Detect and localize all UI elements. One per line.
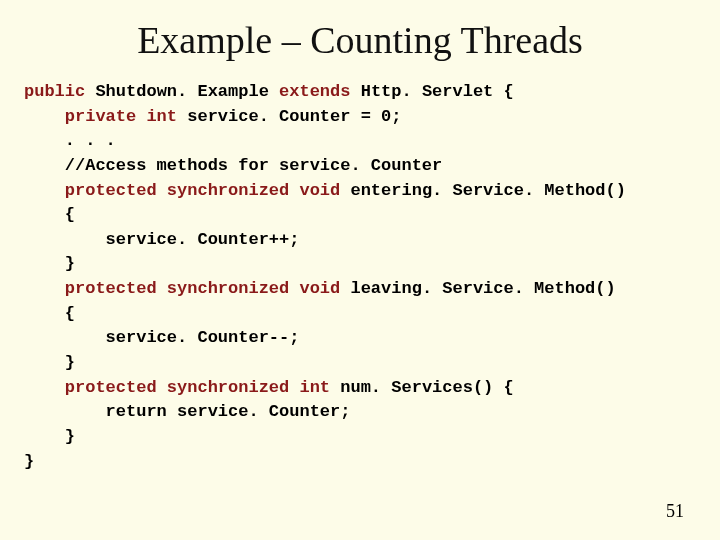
code-text: service. Counter++;: [24, 230, 299, 249]
code-text: service. Counter--;: [24, 328, 299, 347]
code-text: {: [24, 304, 75, 323]
code-block: public Shutdown. Example extends Http. S…: [24, 80, 696, 474]
code-text: leaving. Service. Method(): [340, 279, 615, 298]
slide-title: Example – Counting Threads: [24, 18, 696, 62]
code-text: num. Services() {: [330, 378, 514, 397]
code-comment: //Access methods for service. Counter: [24, 156, 442, 175]
kw-public: public: [24, 82, 85, 101]
code-text: Http. Servlet {: [350, 82, 513, 101]
code-text: }: [24, 452, 34, 471]
code-text: }: [24, 353, 75, 372]
slide: Example – Counting Threads public Shutdo…: [0, 0, 720, 540]
code-text: return service. Counter;: [24, 402, 350, 421]
code-text: . . .: [24, 131, 116, 150]
kw-private-int: private int: [24, 107, 177, 126]
kw-protected-sync-void: protected synchronized void: [24, 279, 340, 298]
kw-extends: extends: [279, 82, 350, 101]
code-text: entering. Service. Method(): [340, 181, 626, 200]
kw-protected-sync-void: protected synchronized void: [24, 181, 340, 200]
page-number: 51: [666, 501, 684, 522]
code-text: }: [24, 254, 75, 273]
code-text: service. Counter = 0;: [177, 107, 401, 126]
kw-protected-sync-int: protected synchronized int: [24, 378, 330, 397]
code-text: Shutdown. Example: [85, 82, 279, 101]
code-text: {: [24, 205, 75, 224]
code-text: }: [24, 427, 75, 446]
